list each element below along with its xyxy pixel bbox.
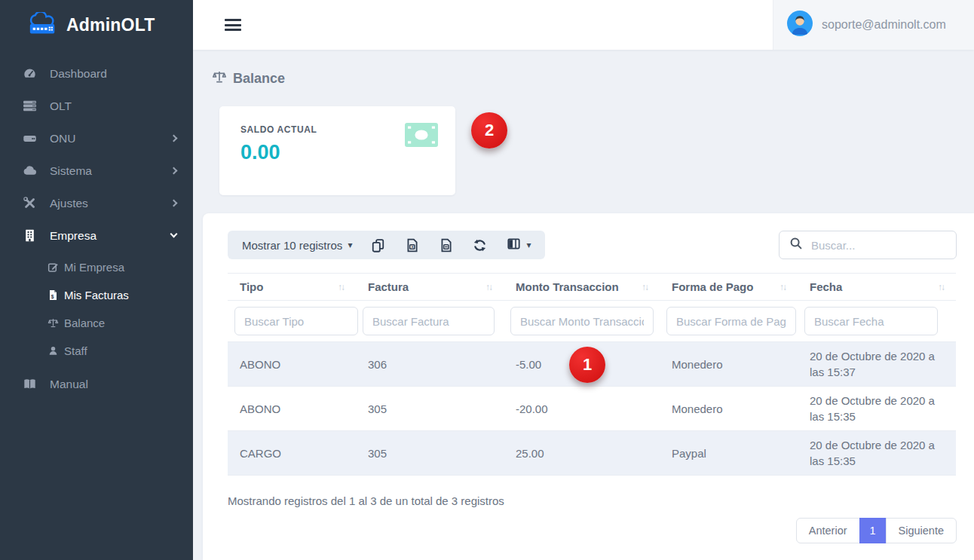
scale-icon [47,317,59,329]
cell-factura: 305 [356,431,504,476]
columns-icon [507,237,521,254]
datatable-toolbar: Mostrar 10 registros ▾ x [228,231,545,259]
table-filter-row [228,301,956,342]
column-header-label: Tipo [240,280,263,293]
sidebar-item-label: Staff [64,344,87,357]
length-select[interactable]: Mostrar 10 registros ▾ [242,239,352,252]
length-select-label: Mostrar 10 registros [242,239,342,252]
sidebar-item-label: Balance [64,317,105,329]
table-row: CARGO 305 25.00 Paypal 20 de Octubre de … [228,431,956,476]
sort-icon: ↑↓ [338,282,344,292]
chevron-down-icon [170,231,178,238]
table-row: ABONO 305 -20.00 Monedero 20 de Octubre … [228,387,956,431]
copy-button[interactable] [371,238,386,252]
pagination-page-1-button[interactable]: 1 [859,518,887,543]
file-export-button[interactable] [439,238,454,252]
global-search [779,231,957,259]
column-visibility-button[interactable]: ▾ [507,237,531,254]
column-header-monto[interactable]: ↑↓Monto Transaccion [504,274,660,301]
money-bill-icon [404,121,439,151]
sort-icon: ↑↓ [642,282,648,292]
refresh-button[interactable] [473,238,488,252]
user-icon [47,345,59,357]
caret-down-icon: ▾ [526,240,531,250]
datatable-panel: Mostrar 10 registros ▾ x [203,213,974,560]
filter-factura-input[interactable] [363,307,495,335]
gauge-icon [23,66,37,81]
chevron-right-icon [170,135,178,142]
cell-fecha: 20 de Octubre de 2020 a las 15:35 [798,431,956,476]
app-title: AdminOLT [66,15,155,35]
content-area: Balance SALDO ACTUAL 0.00 2 1 Mostrar 10… [193,50,974,560]
cell-fecha: 20 de Octubre de 2020 a las 15:35 [798,387,956,431]
sidebar-item-label: OLT [50,99,72,113]
annotation-marker-1-label: 1 [583,355,592,375]
sidebar-item-label: Mi Empresa [64,261,124,274]
column-header-fecha[interactable]: ↑↓Fecha [798,274,956,301]
table-info: Mostrando registros del 1 al 3 de un tot… [228,494,957,507]
excel-export-button[interactable]: x [405,238,420,252]
sidebar-item-mi-empresa[interactable]: Mi Empresa [0,253,193,281]
annotation-marker-1: 1 [569,347,605,383]
cell-monto: -20.00 [504,387,660,431]
app-logo[interactable]: AdminOLT [0,0,193,50]
column-header-label: Monto Transaccion [516,280,619,293]
menu-toggle-button[interactable] [225,19,241,31]
filter-monto-input[interactable] [510,307,654,335]
column-header-label: Forma de Pago [672,280,753,293]
svg-text:$: $ [51,294,54,300]
sort-icon: ↑↓ [780,282,786,292]
user-email: soporte@adminolt.com [822,18,946,32]
column-header-factura[interactable]: ↑↓Factura [356,274,504,301]
sidebar-item-staff[interactable]: Staff [0,337,193,365]
sidebar-item-olt[interactable]: OLT [0,90,193,122]
filter-fecha-input[interactable] [804,307,938,335]
sidebar-item-ajustes[interactable]: Ajustes [0,187,193,219]
pagination: Anterior 1 Siguiente [796,518,957,543]
cell-fecha: 20 de Octubre de 2020 a las 15:37 [798,342,956,387]
page-title-text: Balance [233,71,285,87]
topbar: soporte@adminolt.com [193,0,974,50]
cell-forma-pago: Monedero [660,387,798,431]
column-header-label: Factura [368,280,409,293]
cell-factura: 306 [356,342,504,387]
empresa-submenu: Mi Empresa $ Mis Facturas Balance [0,252,193,368]
cell-tipo: ABONO [228,342,356,387]
sidebar-item-dashboard[interactable]: Dashboard [0,57,193,90]
filter-forma-pago-input[interactable] [666,307,796,335]
sidebar-item-onu[interactable]: ONU [0,122,193,155]
avatar [787,11,813,39]
search-input[interactable] [811,239,961,252]
sidebar-item-label: Sistema [50,164,92,178]
sort-icon: ↑↓ [485,282,492,292]
annotation-marker-2: 2 [471,112,507,148]
filter-tipo-input[interactable] [234,307,358,335]
table-header-row: ↑↓Tipo ↑↓Factura ↑↓Monto Transaccion ↑↓F… [228,274,956,301]
sidebar-item-manual[interactable]: Manual [0,368,193,400]
sidebar-item-empresa[interactable]: Empresa [0,219,193,252]
sidebar-item-balance[interactable]: Balance [0,309,193,337]
balance-card: SALDO ACTUAL 0.00 [219,106,455,195]
user-menu[interactable]: soporte@adminolt.com [773,0,974,50]
sidebar-item-label: Empresa [50,229,96,243]
sidebar-nav: Dashboard OLT ONU Sistema [0,50,193,400]
sidebar: AdminOLT Dashboard OLT ONU [0,0,193,560]
app-window: AdminOLT Dashboard OLT ONU [0,0,974,560]
page-title: Balance [212,69,285,88]
sidebar-item-label: Dashboard [50,67,107,81]
sidebar-item-mis-facturas[interactable]: $ Mis Facturas [0,281,193,309]
cell-forma-pago: Paypal [660,431,798,476]
pagination-next-button[interactable]: Siguiente [886,518,957,543]
chevron-right-icon [170,167,178,175]
book-icon [23,377,37,391]
column-header-tipo[interactable]: ↑↓Tipo [228,274,356,301]
cell-tipo: CARGO [228,431,356,476]
cell-forma-pago: Monedero [660,342,798,387]
sidebar-item-sistema[interactable]: Sistema [0,155,193,187]
scale-icon [212,69,227,88]
pagination-previous-button[interactable]: Anterior [796,518,860,543]
sidebar-item-label: ONU [50,132,75,145]
cell-factura: 305 [356,387,504,431]
device-icon [23,131,37,145]
column-header-forma-pago[interactable]: ↑↓Forma de Pago [660,274,798,301]
